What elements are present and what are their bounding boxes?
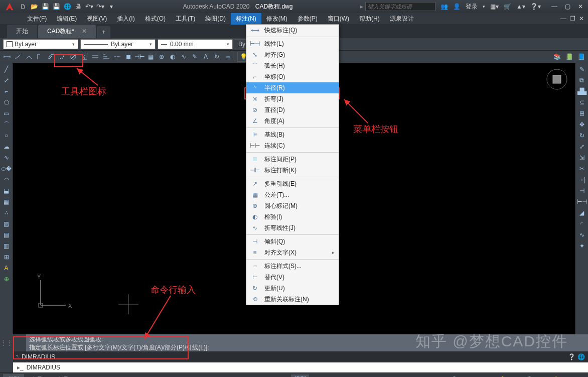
status-tab-layout1[interactable]: 布局1 (26, 374, 50, 377)
saveas-icon[interactable]: 💾 (52, 3, 60, 11)
status-lwt-icon[interactable]: ≡ (411, 374, 422, 378)
dim-jogline-icon[interactable]: ∿ (179, 52, 189, 62)
dd-radius[interactable]: ◝半径(R) (246, 82, 339, 93)
copy-icon[interactable]: ⧉ (576, 75, 587, 85)
dim-continue-icon[interactable] (112, 52, 122, 62)
status-polar-icon[interactable]: ✦ (348, 374, 359, 378)
menu-insert[interactable]: 插入(I) (112, 13, 139, 25)
layer-states-icon[interactable]: 📗 (564, 52, 574, 62)
insert-icon[interactable]: ⬓ (1, 186, 12, 196)
dd-override[interactable]: ⊢替代(V) (246, 272, 339, 283)
status-quickprops-icon[interactable]: ▤ (511, 374, 522, 378)
signin-icon[interactable]: 👤 (453, 3, 461, 10)
dim-arc-icon[interactable] (24, 52, 34, 62)
join-icon[interactable]: ⊢⊣ (576, 197, 587, 207)
status-tab-model[interactable]: 模型 (3, 374, 24, 377)
dd-ordinate[interactable]: ⌐坐标(O) (246, 71, 339, 82)
dd-center[interactable]: ⊕圆心标记(M) (246, 200, 339, 211)
linetype-combo[interactable]: ———— ByLayer ▾ (80, 39, 156, 49)
status-add-layout-icon[interactable]: + (78, 374, 89, 378)
revcloud-icon[interactable]: ☁ (1, 142, 12, 152)
status-annotation-icon[interactable]: A (461, 374, 472, 378)
maximize-icon[interactable]: ▢ (564, 3, 571, 10)
circle-icon[interactable]: ○ (1, 131, 12, 141)
tab-start[interactable]: 开始 (7, 25, 37, 38)
status-otrack-icon[interactable]: ∠ (398, 374, 409, 378)
lineweight-combo[interactable]: — 0.00 mm ▾ (158, 39, 233, 49)
dd-reassoc[interactable]: ⟲重新关联标注(N) (246, 294, 339, 305)
redo-icon[interactable]: ↷▾ (96, 3, 104, 11)
ellipse-arc-icon[interactable]: ◠ (1, 175, 12, 185)
login-dropdown-icon[interactable]: ▾ (483, 4, 485, 9)
doc-restore-icon[interactable]: ❐ (569, 15, 576, 22)
scale-icon[interactable]: ⤢ (576, 142, 587, 152)
plot-icon[interactable]: 🖶 (74, 3, 82, 11)
layer-match-icon[interactable]: 📘 (576, 52, 586, 62)
dd-angular[interactable]: ∠角度(A) (246, 115, 339, 127)
rectangle-icon[interactable]: ▭ (1, 108, 12, 118)
dim-ordinate-icon[interactable] (35, 52, 45, 62)
menu-edit[interactable]: 编辑(E) (52, 13, 82, 25)
dim-jogged-icon[interactable] (57, 52, 67, 62)
break-icon[interactable]: ⊣ (576, 186, 587, 196)
open-icon[interactable]: 📂 (30, 3, 38, 11)
arc-icon[interactable]: ⌒ (1, 119, 12, 130)
status-units-icon[interactable]: 📏 (499, 374, 510, 378)
cart-icon[interactable]: 🛒 (504, 3, 511, 10)
viewcube[interactable] (546, 68, 568, 90)
app-store-icon[interactable]: ▦▾ (490, 3, 499, 10)
dd-aligned[interactable]: ⤡对齐(G) (246, 49, 339, 60)
dd-oblique[interactable]: ⊣倾斜(Q) (246, 236, 339, 247)
menu-dimension[interactable]: 标注(N) (231, 13, 261, 25)
status-hardware-icon[interactable]: ⚡ (549, 374, 560, 378)
dd-continue[interactable]: ⊢⊢连续(C) (246, 140, 339, 151)
minimize-icon[interactable]: — (551, 3, 558, 10)
dd-joggedlinear[interactable]: ∿折弯线性(J) (246, 222, 339, 233)
spline-icon[interactable]: ∿ (1, 153, 12, 163)
menu-modify[interactable]: 修改(M) (261, 13, 292, 25)
status-lockui-icon[interactable]: 🔒 (524, 374, 535, 378)
dd-update[interactable]: ↻更新(U) (246, 283, 339, 294)
menu-format[interactable]: 格式(O) (140, 13, 171, 25)
trim-icon[interactable]: ✂ (576, 164, 587, 174)
mtext-icon[interactable]: A (1, 263, 12, 273)
dim-baseline-icon[interactable] (101, 52, 111, 62)
array-icon[interactable]: ⊞ (576, 108, 587, 118)
rotate-icon[interactable]: ↻ (576, 131, 587, 141)
status-transparency-icon[interactable]: ◐ (423, 374, 434, 378)
status-cycle-icon[interactable]: ⟳ (436, 374, 447, 378)
dim-inspect-icon[interactable]: ◐ (168, 52, 178, 62)
blend-icon[interactable]: ∿ (576, 230, 587, 240)
cmd-help-icon[interactable]: ❔ (568, 353, 575, 360)
dim-style-icon[interactable]: ⎓ (223, 52, 233, 62)
dd-inspect[interactable]: ◐检验(I) (246, 211, 339, 222)
move-icon[interactable]: ✥ (576, 119, 587, 130)
login-label[interactable]: 登录 (466, 3, 478, 11)
command-suggestion[interactable]: ▸_ DIMRADIUS (13, 362, 588, 372)
dd-mleader[interactable]: ↗多重引线(E) (246, 178, 339, 189)
status-snap-icon[interactable]: ⊞ (323, 374, 334, 378)
mirror-icon[interactable]: ▟▙ (576, 86, 587, 96)
status-isodraft-icon[interactable]: ◧ (361, 374, 372, 378)
dd-arc[interactable]: ⌒弧长(H) (246, 60, 339, 71)
dd-linear[interactable]: ⊢⊣线性(L) (246, 38, 339, 49)
status-3dosnap-icon[interactable]: ◫ (386, 374, 397, 378)
menu-source[interactable]: 源泉设计 (385, 13, 419, 25)
dim-aligned-icon[interactable] (13, 52, 23, 62)
hatch-icon[interactable]: ▨ (1, 219, 12, 229)
table-icon[interactable]: ⊞ (1, 252, 12, 262)
erase-icon[interactable]: ✎ (576, 64, 587, 74)
point-icon[interactable]: ∴ (1, 208, 12, 218)
status-annomonitor-icon[interactable]: ⊕ (486, 374, 497, 378)
pline-icon[interactable]: ⌐ (1, 86, 12, 96)
dd-quick[interactable]: ⟷快速标注(Q) (246, 25, 339, 36)
addselect-icon[interactable]: ⊕ (1, 274, 12, 284)
dim-radius-icon[interactable] (46, 52, 56, 62)
stretch-icon[interactable]: ⇲ (576, 153, 587, 163)
command-input-row[interactable]: ◝ DIMRADIUS ❔ 🌐 (13, 351, 588, 362)
infocenter-icon[interactable]: 👥 (440, 3, 448, 10)
tab-new[interactable]: + (97, 26, 110, 38)
dd-spacing[interactable]: ≣标注间距(P) (246, 154, 339, 165)
menu-window[interactable]: 窗口(W) (323, 13, 354, 25)
xline-icon[interactable]: ⤢ (1, 75, 12, 85)
